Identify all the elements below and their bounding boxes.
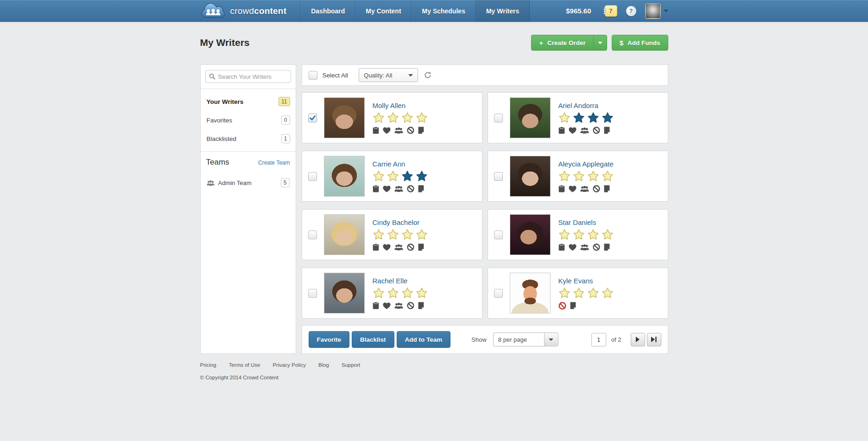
star-yellow-icon[interactable]: [401, 229, 413, 241]
team-icon[interactable]: [580, 127, 589, 134]
create-order-dropdown-button[interactable]: [593, 35, 607, 50]
team-icon[interactable]: [394, 185, 403, 192]
writer-checkbox[interactable]: [308, 172, 317, 181]
block-icon[interactable]: [407, 185, 414, 192]
star-yellow-icon[interactable]: [558, 287, 570, 299]
nav-my-schedules[interactable]: My Schedules: [412, 0, 475, 22]
nav-my-content[interactable]: My Content: [355, 0, 411, 22]
help-button[interactable]: ?: [626, 6, 636, 16]
block-icon[interactable]: [593, 185, 600, 192]
team-icon[interactable]: [394, 127, 403, 134]
star-yellow-icon[interactable]: [373, 112, 385, 124]
note-icon[interactable]: [604, 127, 610, 134]
clipboard-icon[interactable]: [373, 302, 379, 309]
clipboard-icon[interactable]: [373, 127, 379, 134]
star-yellow-icon[interactable]: [602, 229, 614, 241]
writer-name-link[interactable]: Ariel Andorra: [558, 102, 614, 109]
next-page-button[interactable]: [631, 333, 645, 346]
star-blue-icon[interactable]: [416, 170, 428, 182]
favorite-button[interactable]: Favorite: [309, 331, 350, 348]
refresh-button[interactable]: [424, 71, 432, 79]
star-yellow-icon[interactable]: [401, 112, 413, 124]
nav-my-writers[interactable]: My Writers: [475, 0, 530, 22]
clipboard-icon[interactable]: [373, 243, 379, 251]
team-icon[interactable]: [394, 302, 403, 309]
last-page-button[interactable]: [647, 333, 661, 346]
star-yellow-icon[interactable]: [558, 170, 570, 182]
star-yellow-icon[interactable]: [558, 229, 570, 241]
star-blue-icon[interactable]: [602, 112, 614, 124]
block-icon[interactable]: [407, 302, 414, 309]
writer-name-link[interactable]: Kyle Evans: [558, 277, 614, 285]
star-yellow-icon[interactable]: [387, 229, 399, 241]
writer-checkbox[interactable]: [308, 114, 317, 122]
star-yellow-icon[interactable]: [387, 170, 399, 182]
nav-dashboard[interactable]: Dashboard: [300, 0, 355, 22]
select-all-checkbox[interactable]: [309, 71, 317, 80]
star-yellow-icon[interactable]: [602, 287, 614, 299]
star-yellow-icon[interactable]: [416, 287, 428, 299]
blacklist-button[interactable]: Blacklist: [352, 331, 394, 348]
star-yellow-icon[interactable]: [573, 229, 585, 241]
star-blue-icon[interactable]: [573, 112, 585, 124]
star-yellow-icon[interactable]: [558, 112, 570, 124]
notifications-button[interactable]: 7: [605, 5, 617, 17]
clipboard-icon[interactable]: [558, 185, 565, 192]
add-to-team-button[interactable]: Add to Team: [397, 331, 451, 348]
star-yellow-icon[interactable]: [587, 287, 599, 299]
block-icon[interactable]: [407, 127, 414, 134]
crowdcontent-logo[interactable]: crowdcontent: [200, 3, 287, 19]
star-yellow-icon[interactable]: [401, 287, 413, 299]
page-number-input[interactable]: [591, 333, 606, 346]
block-icon[interactable]: [593, 127, 600, 134]
writer-name-link[interactable]: Rachel Elle: [373, 277, 428, 285]
team-icon[interactable]: [580, 185, 589, 192]
writer-checkbox[interactable]: [308, 230, 317, 239]
star-yellow-icon[interactable]: [587, 170, 599, 182]
writer-checkbox[interactable]: [494, 114, 503, 122]
note-icon[interactable]: [418, 127, 424, 134]
quality-filter-dropdown[interactable]: Quality: All: [359, 68, 418, 82]
star-yellow-icon[interactable]: [602, 170, 614, 182]
heart-icon[interactable]: [569, 185, 577, 192]
star-blue-icon[interactable]: [587, 112, 599, 124]
writer-checkbox[interactable]: [494, 172, 503, 181]
star-blue-icon[interactable]: [401, 170, 413, 182]
note-icon[interactable]: [604, 185, 610, 192]
footer-link-support[interactable]: Support: [342, 362, 360, 368]
note-icon[interactable]: [418, 185, 424, 192]
note-icon[interactable]: [418, 302, 424, 309]
writer-name-link[interactable]: Cindy Bachelor: [373, 218, 428, 226]
writer-name-link[interactable]: Aleycia Applegate: [558, 160, 614, 168]
search-writers-input[interactable]: [205, 70, 291, 83]
clipboard-icon[interactable]: [373, 185, 379, 192]
star-yellow-icon[interactable]: [573, 287, 585, 299]
star-yellow-icon[interactable]: [387, 112, 399, 124]
sidebar-item-favorites[interactable]: Favorites 0: [201, 111, 296, 129]
note-icon[interactable]: [604, 243, 610, 251]
create-order-button[interactable]: + Create Order: [532, 35, 593, 50]
footer-link-terms-of-use[interactable]: Terms of Use: [229, 362, 260, 368]
add-funds-button[interactable]: $ Add Funds: [612, 35, 668, 51]
star-yellow-icon[interactable]: [373, 229, 385, 241]
heart-icon[interactable]: [383, 244, 391, 251]
footer-link-pricing[interactable]: Pricing: [200, 362, 216, 368]
team-item-admin-team[interactable]: Admin Team 5: [206, 175, 290, 190]
star-yellow-icon[interactable]: [387, 287, 399, 299]
heart-icon[interactable]: [383, 302, 391, 309]
star-yellow-icon[interactable]: [373, 170, 385, 182]
writer-checkbox[interactable]: [494, 230, 503, 239]
star-yellow-icon[interactable]: [373, 287, 385, 299]
block-red-icon[interactable]: [558, 302, 566, 310]
account-balance[interactable]: $965.60: [566, 7, 591, 15]
per-page-dropdown[interactable]: 8 per page: [493, 332, 558, 346]
block-icon[interactable]: [407, 243, 414, 251]
star-yellow-icon[interactable]: [587, 229, 599, 241]
sidebar-item-your-writers[interactable]: Your Writers 11: [201, 92, 296, 111]
writer-name-link[interactable]: Molly Allen: [373, 102, 428, 109]
team-icon[interactable]: [580, 244, 589, 250]
writer-checkbox[interactable]: [494, 289, 503, 298]
note-icon[interactable]: [418, 243, 424, 251]
sidebar-item-blacklisted[interactable]: Blacklisted 1: [201, 129, 296, 148]
create-team-link[interactable]: Create Team: [258, 160, 290, 166]
